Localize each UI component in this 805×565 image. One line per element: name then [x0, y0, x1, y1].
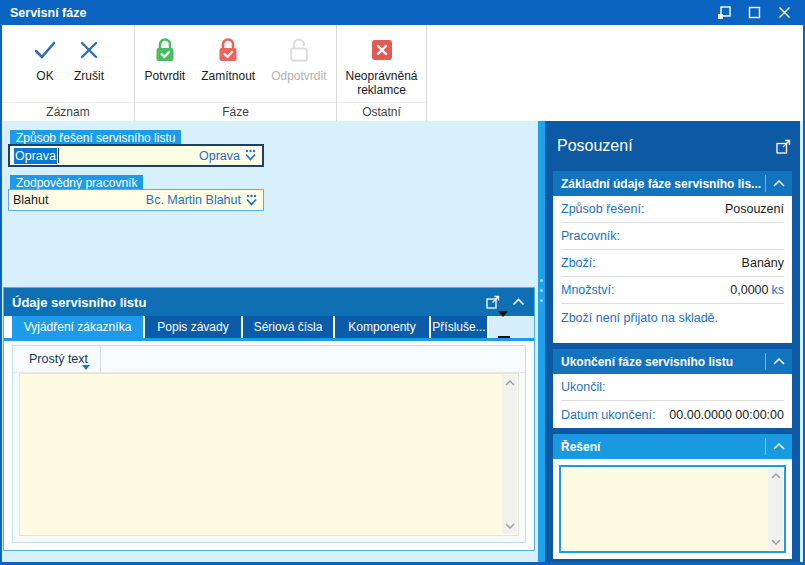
service-sheet-details-panel: Údaje servisního listu Vyjádření zákazní…	[3, 287, 535, 551]
lock-open-gray-icon	[287, 33, 311, 67]
ribbon-group-zaznam: OK Zrušit Záznam	[2, 25, 135, 121]
solution-editor[interactable]	[559, 465, 786, 553]
popout-icon[interactable]	[486, 295, 500, 309]
titlebar: Servisní fáze	[0, 0, 805, 25]
collapse-chevron-up-icon[interactable]	[765, 353, 792, 370]
row-zbozi: Zboží: Banány	[561, 250, 784, 277]
customer-statement-page: Prostý text	[12, 345, 526, 543]
more-tabs-button[interactable]	[495, 315, 513, 340]
close-button[interactable]	[769, 2, 799, 24]
row-mnozstvi: Množství: 0,0000ks	[561, 277, 784, 304]
cancel-button[interactable]: Zrušit	[66, 33, 112, 102]
ok-label: OK	[36, 70, 53, 84]
group-caption-faze: Fáze	[135, 102, 336, 121]
solution-combo-input[interactable]: Oprava Oprava	[8, 144, 264, 167]
scroll-down-icon[interactable]	[502, 518, 517, 534]
combo-dropdown-icon[interactable]	[243, 149, 258, 162]
sidebar-title: Posouzení	[557, 137, 776, 155]
scroll-up-icon[interactable]	[502, 375, 517, 391]
tab-prislusenstvi[interactable]: Přísluše...	[431, 316, 487, 338]
phase-end-card: Ukončení fáze servisního listu Ukončil: …	[553, 349, 792, 428]
tab-komponenty[interactable]: Komponenty	[335, 316, 429, 338]
row-ukoncil: Ukončil:	[561, 374, 784, 401]
tab-page-body: Prostý text	[4, 341, 534, 550]
details-tab-strip: Vyjádření zákazníka Popis závady Sériová…	[4, 316, 534, 338]
reject-label: Zamítnout	[201, 70, 255, 84]
tab-seriova-cisla[interactable]: Sériová čísla	[243, 316, 333, 338]
dialog-window: Servisní fáze OK	[0, 0, 805, 565]
customer-statement-editor[interactable]	[19, 373, 519, 536]
subtab-dropdown-icon	[82, 365, 90, 370]
row-datum-ukonceni: Datum ukončení: 00.00.0000 00:00:00	[561, 401, 784, 428]
subtab-prosty-text[interactable]: Prostý text	[21, 346, 101, 372]
collapse-chevron-up-icon[interactable]	[765, 175, 792, 192]
tab-vyjadreni-zakaznika[interactable]: Vyjádření zákazníka	[12, 316, 143, 338]
section-title: Ukončení fáze servisního listu	[561, 355, 765, 369]
worker-display-value: Bc. Martin Blahut	[146, 193, 241, 207]
confirm-label: Potvrdit	[144, 70, 185, 84]
basic-phase-data-card: Základní údaje fáze servisního lis... Zp…	[553, 171, 792, 343]
scroll-down-icon[interactable]	[768, 534, 783, 550]
pane-splitter[interactable]	[538, 121, 545, 562]
maximize-button[interactable]	[739, 2, 769, 24]
group-caption-zaznam: Záznam	[2, 102, 134, 121]
subtab-strip: Prostý text	[13, 346, 525, 373]
basic-phase-data-header[interactable]: Základní údaje fáze servisního lis...	[553, 171, 792, 196]
reject-button[interactable]: Zamítnout	[193, 33, 263, 102]
collapse-chevron-up-icon[interactable]	[765, 438, 792, 455]
editor-scrollbar[interactable]	[502, 375, 517, 534]
text-caret	[58, 148, 59, 163]
cancel-label: Zrušit	[74, 70, 104, 84]
x-icon	[78, 33, 100, 67]
unauthorized-claim-label: Neoprávněná reklamce	[345, 70, 418, 98]
ribbon-group-faze: Potvrdit Zamítnout Odpotvrdit Fáze	[135, 25, 337, 121]
row-zpusob-reseni: Způsob řešení: Posouzení	[561, 196, 784, 223]
ribbon-filler	[427, 25, 803, 121]
tab-popis-zavady[interactable]: Popis závady	[145, 316, 241, 338]
unauthorized-claim-button[interactable]: Neoprávněná reklamce	[337, 33, 426, 102]
section-title: Základní údaje fáze servisního lis...	[561, 177, 765, 191]
assessment-sidebar: Posouzení Základní údaje fáze servisního…	[545, 121, 800, 562]
dialog-content: Způsob řešení servisního listu Oprava Op…	[2, 121, 803, 562]
sidebar-header: Posouzení	[553, 121, 792, 171]
phase-end-header[interactable]: Ukončení fáze servisního listu	[553, 349, 792, 374]
solution-card: Řešení	[553, 434, 792, 559]
ok-button[interactable]: OK	[24, 33, 66, 102]
maximize-icon	[748, 6, 761, 19]
ribbon-toolbar: OK Zrušit Záznam Potvrdit	[2, 25, 803, 121]
popout-window-button[interactable]	[709, 2, 739, 24]
combo-dropdown-icon[interactable]	[244, 194, 259, 207]
scroll-up-icon[interactable]	[768, 468, 783, 484]
close-icon	[778, 6, 791, 19]
solution-input-selected-text: Oprava	[14, 148, 57, 164]
row-stock-note: Zboží není přijato na skladě.	[561, 304, 784, 331]
group-caption-ostatni: Ostatní	[337, 102, 426, 121]
left-pane: Způsob řešení servisního listu Oprava Op…	[2, 121, 536, 562]
unconfirm-label: Odpotvrdit	[271, 70, 326, 84]
details-panel-header: Údaje servisního listu	[4, 288, 534, 316]
lock-check-red-icon	[216, 33, 240, 67]
worker-combo-input[interactable]: Blahut Bc. Martin Blahut	[8, 189, 264, 211]
worker-input-text: Blahut	[13, 193, 48, 207]
window-title: Servisní fáze	[10, 6, 709, 20]
lock-check-green-icon	[153, 33, 177, 67]
popout-icon[interactable]	[776, 139, 791, 154]
ribbon-group-ostatni: Neoprávněná reklamce Ostatní	[337, 25, 427, 121]
subtab-label: Prostý text	[29, 352, 88, 366]
solution-header[interactable]: Řešení	[553, 434, 792, 459]
unconfirm-button: Odpotvrdit	[263, 33, 334, 102]
more-tabs-icon	[498, 317, 510, 338]
confirm-button[interactable]: Potvrdit	[136, 33, 193, 102]
details-panel-title: Údaje servisního listu	[12, 295, 474, 310]
collapse-chevron-up-icon[interactable]	[512, 298, 525, 306]
red-square-x-icon	[371, 33, 393, 67]
row-pracovnik: Pracovník:	[561, 223, 784, 250]
check-icon	[32, 33, 58, 67]
solution-editor-scrollbar[interactable]	[768, 468, 783, 550]
tab-strip-filler	[489, 316, 534, 338]
section-title: Řešení	[561, 440, 765, 454]
popout-window-icon	[717, 6, 731, 20]
solution-display-value: Oprava	[199, 149, 240, 163]
